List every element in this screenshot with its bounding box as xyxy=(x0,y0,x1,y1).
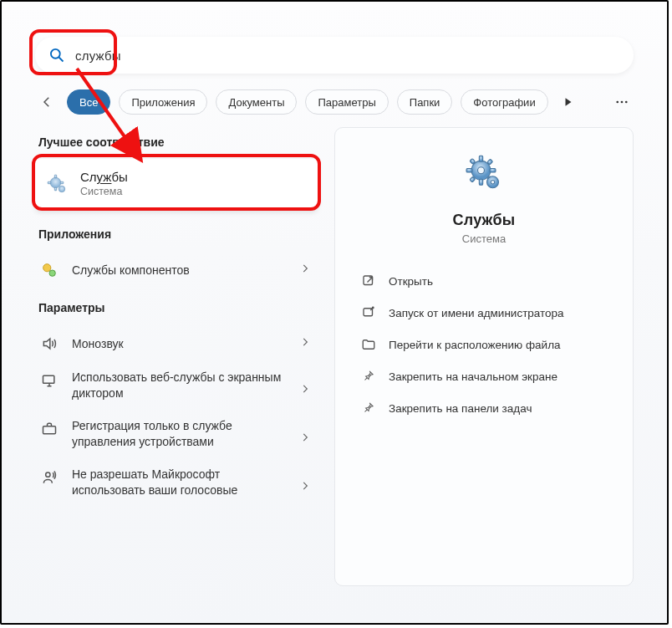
svg-rect-20 xyxy=(466,169,472,172)
param-item-voice[interactable]: Не разрешать Майкрософт использовать ваш… xyxy=(35,460,318,508)
tab-folders[interactable]: Папки xyxy=(397,89,453,115)
chevron-right-icon xyxy=(299,336,311,351)
overflow-button[interactable] xyxy=(610,90,634,114)
action-list: Открыть Запуск от имени администратора П… xyxy=(355,265,613,424)
svg-point-5 xyxy=(50,177,61,188)
best-match-title: Службы xyxy=(80,170,128,185)
search-bar[interactable] xyxy=(35,37,634,74)
best-match-text: Службы Система xyxy=(80,170,128,200)
param-label: Регистрация только в службе управления у… xyxy=(72,418,288,450)
section-params: Параметры xyxy=(38,301,318,314)
chevron-right-icon xyxy=(299,480,311,495)
tab-photos[interactable]: Фотографии xyxy=(461,89,547,115)
detail-panel: Службы Система Открыть Запуск от имени а… xyxy=(334,127,634,586)
tab-parameters[interactable]: Параметры xyxy=(305,89,388,115)
back-button[interactable] xyxy=(35,90,59,114)
param-label: Монозвук xyxy=(72,336,288,352)
detail-hero: Службы Система xyxy=(355,151,613,245)
search-window: Все Приложения Документы Параметры Папки… xyxy=(0,0,669,625)
svg-rect-7 xyxy=(54,187,57,191)
svg-point-10 xyxy=(59,186,65,192)
person-voice-icon xyxy=(38,467,60,488)
svg-point-3 xyxy=(621,101,624,104)
app-result-label: Службы компонентов xyxy=(72,263,288,278)
app-result-item[interactable]: Службы компонентов xyxy=(35,251,318,289)
svg-point-11 xyxy=(43,264,51,272)
folder-icon xyxy=(360,336,377,353)
svg-rect-14 xyxy=(43,426,56,434)
best-match-subtitle: Система xyxy=(80,185,128,200)
svg-point-17 xyxy=(478,167,485,174)
param-item-mono[interactable]: Монозвук xyxy=(35,324,318,363)
action-label: Закрепить на панели задач xyxy=(389,402,532,415)
param-item-narrator[interactable]: Использовать веб-службы с экранным дикто… xyxy=(35,363,318,411)
action-run-admin[interactable]: Запуск от имени администратора xyxy=(355,297,613,329)
detail-title: Службы xyxy=(453,212,516,229)
action-label: Запуск от имени администратора xyxy=(389,307,564,319)
tab-apps[interactable]: Приложения xyxy=(119,89,207,115)
svg-point-12 xyxy=(49,270,55,276)
svg-line-1 xyxy=(59,58,64,62)
filter-tabs: Все Приложения Документы Параметры Папки… xyxy=(35,87,634,117)
speaker-icon xyxy=(38,333,60,355)
services-icon xyxy=(45,172,70,197)
svg-point-15 xyxy=(46,472,50,477)
services-hero-icon xyxy=(461,151,507,198)
briefcase-icon xyxy=(38,418,60,440)
best-match-item[interactable]: Службы Система xyxy=(35,159,318,211)
svg-rect-19 xyxy=(479,179,482,185)
chevron-right-icon xyxy=(299,263,311,278)
action-pin-start[interactable]: Закрепить на начальном экране xyxy=(355,360,613,392)
action-open[interactable]: Открыть xyxy=(355,265,613,297)
svg-rect-6 xyxy=(54,175,57,178)
tab-all[interactable]: Все xyxy=(67,89,110,115)
action-label: Закрепить на начальном экране xyxy=(389,370,557,383)
action-label: Перейти к расположению файла xyxy=(389,339,561,351)
svg-point-4 xyxy=(625,101,628,104)
monitor-icon xyxy=(38,370,60,391)
shield-icon xyxy=(360,304,377,321)
pin-icon xyxy=(360,400,377,416)
param-item-mdm[interactable]: Регистрация только в службе управления у… xyxy=(35,411,318,460)
svg-point-30 xyxy=(373,307,374,309)
action-label: Открыть xyxy=(389,275,433,288)
tab-documents[interactable]: Документы xyxy=(216,89,297,115)
param-label: Не разрешать Майкрософт использовать ваш… xyxy=(72,467,288,498)
search-icon xyxy=(48,47,65,64)
search-input[interactable] xyxy=(75,49,634,63)
svg-rect-13 xyxy=(43,375,54,383)
pin-icon xyxy=(360,368,377,385)
action-pin-taskbar[interactable]: Закрепить на панели задач xyxy=(355,392,613,424)
svg-rect-18 xyxy=(479,156,482,161)
component-services-icon xyxy=(38,259,60,281)
detail-subtitle: Система xyxy=(462,232,506,245)
chevron-right-icon xyxy=(299,383,311,398)
param-label: Использовать веб-службы с экранным дикто… xyxy=(72,370,288,401)
svg-rect-8 xyxy=(48,181,51,184)
svg-point-0 xyxy=(51,49,60,59)
action-open-location[interactable]: Перейти к расположению файла xyxy=(355,329,613,360)
open-icon xyxy=(360,273,377,289)
section-best-match: Лучшее соответствие xyxy=(38,135,318,149)
svg-point-2 xyxy=(616,101,619,104)
svg-rect-9 xyxy=(60,181,64,184)
results-column: Лучшее соответствие xyxy=(35,127,318,508)
more-tabs-button[interactable] xyxy=(557,90,580,114)
svg-point-27 xyxy=(491,180,495,184)
svg-rect-21 xyxy=(490,169,496,172)
section-apps: Приложения xyxy=(38,227,318,241)
chevron-right-icon xyxy=(299,431,311,447)
